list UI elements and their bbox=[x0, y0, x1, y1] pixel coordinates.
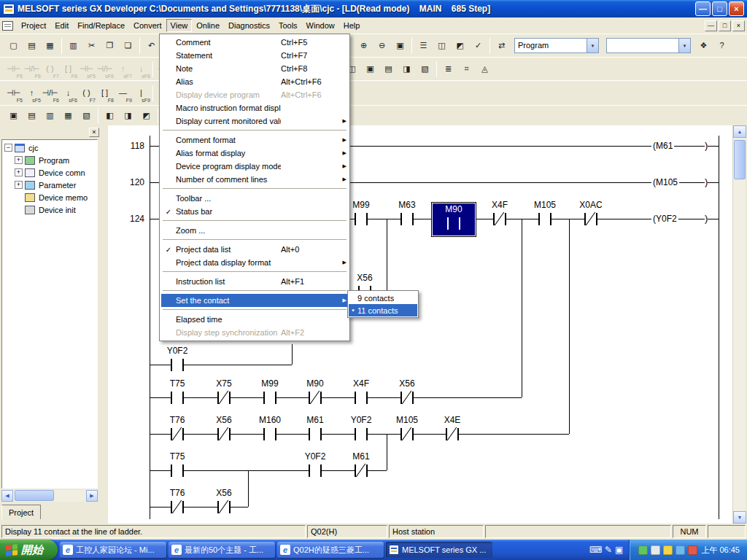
menu-project[interactable]: Project bbox=[17, 19, 50, 32]
save-button[interactable]: ▦ bbox=[41, 36, 59, 55]
ladder-contact[interactable] bbox=[217, 501, 231, 513]
scroll-right-icon[interactable]: ▶ bbox=[86, 490, 98, 502]
expand-icon[interactable]: + bbox=[15, 156, 23, 164]
secondary-combo[interactable]: ▼ bbox=[606, 38, 691, 53]
ladder-coil[interactable]: (Y0F2 bbox=[651, 213, 678, 225]
menu-find-replace[interactable]: Find/Replace bbox=[73, 19, 129, 32]
view-menu-item[interactable]: StatementCtrl+F7 bbox=[161, 49, 348, 62]
window-button[interactable]: ❖ bbox=[694, 36, 713, 55]
toolbar-button[interactable]: ▣ bbox=[4, 106, 23, 125]
tree-item-device-memo[interactable]: Device memo bbox=[15, 191, 97, 203]
undo-button[interactable]: ↶ bbox=[142, 36, 160, 55]
view-menu-item[interactable]: Display device programAlt+Ctrl+F6 bbox=[161, 88, 348, 101]
ladder-contact[interactable] bbox=[309, 464, 322, 477]
view-menu-item[interactable]: Device program display mode▶ bbox=[161, 160, 348, 173]
ladder-coil[interactable]: (M61 bbox=[651, 140, 674, 152]
tray-icon[interactable] bbox=[688, 545, 697, 555]
ladder-coil[interactable]: (M105 bbox=[651, 176, 679, 188]
ladder-contact[interactable] bbox=[171, 392, 184, 404]
toolbar-button[interactable]: ↓sF8 bbox=[132, 60, 150, 78]
ladder-contact[interactable] bbox=[493, 213, 506, 225]
toolbar-button[interactable]: ◧ bbox=[101, 106, 119, 125]
test-button[interactable]: ◩ bbox=[451, 36, 469, 55]
tree-item-root[interactable]: − cjc bbox=[4, 141, 97, 154]
toolbar-button[interactable]: |sF9 bbox=[132, 84, 150, 102]
close-button[interactable]: × bbox=[729, 1, 744, 16]
toolbar-button[interactable]: ↑sF7 bbox=[114, 60, 132, 78]
ladder-contact[interactable] bbox=[217, 392, 231, 404]
toolbar-button[interactable]: ⊣/⊢F6 bbox=[23, 60, 41, 78]
device-button[interactable]: ◫ bbox=[433, 36, 451, 55]
ladder-contact[interactable] bbox=[171, 501, 184, 513]
toolbar-button[interactable]: ↓sF6 bbox=[59, 84, 77, 102]
ladder-contact[interactable] bbox=[400, 392, 414, 404]
menu-window[interactable]: Window bbox=[302, 19, 339, 32]
tree-hscrollbar[interactable]: ◀ ▶ bbox=[1, 490, 98, 502]
menu-view[interactable]: View bbox=[166, 19, 193, 32]
tree-item-parameter[interactable]: +Parameter bbox=[15, 179, 97, 191]
ladder-contact[interactable] bbox=[263, 428, 276, 440]
ladder-vscrollbar[interactable]: ▲ ▼ bbox=[732, 125, 746, 524]
expand-icon[interactable]: + bbox=[15, 168, 23, 176]
monitor-button[interactable]: ▣ bbox=[391, 36, 409, 55]
toolbar-button[interactable]: ◨ bbox=[398, 60, 416, 78]
view-menu-item[interactable]: ✓Project data listAlt+0 bbox=[161, 243, 348, 256]
print-button[interactable]: ▥ bbox=[64, 36, 82, 55]
expand-icon[interactable]: + bbox=[15, 181, 23, 189]
view-menu-item[interactable]: NoteCtrl+F8 bbox=[161, 62, 348, 75]
ladder-contact[interactable] bbox=[355, 428, 368, 440]
menu-diagnostics[interactable]: Diagnostics bbox=[224, 19, 274, 32]
open-button[interactable]: ▤ bbox=[23, 36, 41, 55]
submenu-item[interactable]: •11 contacts bbox=[349, 304, 417, 316]
ime-icon[interactable]: ✎ bbox=[605, 545, 612, 555]
view-menu-item[interactable]: Elapsed time bbox=[161, 313, 348, 326]
tray-icon[interactable] bbox=[663, 545, 673, 555]
program-type-combo[interactable]: Program ▼ bbox=[514, 38, 599, 53]
tree-item-program[interactable]: +Program bbox=[15, 154, 97, 166]
scroll-thumb[interactable] bbox=[15, 490, 54, 501]
view-menu-item[interactable]: Toolbar ... bbox=[161, 192, 348, 205]
view-menu-item[interactable]: Instruction listAlt+F1 bbox=[161, 275, 348, 288]
toolbar-button[interactable]: ( )F7 bbox=[41, 60, 59, 78]
chevron-down-icon[interactable]: ▼ bbox=[587, 39, 598, 52]
view-menu-item[interactable]: Zoom ... bbox=[161, 224, 348, 237]
tree-item-device-init[interactable]: Device init bbox=[15, 203, 97, 216]
toolbar-button[interactable]: ⊣/⊢sF6 bbox=[96, 60, 114, 78]
ladder-contact[interactable] bbox=[309, 428, 322, 440]
ladder-contact[interactable] bbox=[400, 428, 414, 440]
toolbar-button[interactable]: ⌗ bbox=[457, 60, 476, 78]
help-button[interactable]: ? bbox=[713, 36, 731, 55]
tab-project[interactable]: Project bbox=[1, 505, 41, 519]
ladder-contact[interactable] bbox=[584, 213, 597, 225]
ladder-contact[interactable] bbox=[446, 428, 459, 440]
ladder-contact[interactable] bbox=[171, 464, 184, 477]
toolbar-button[interactable]: ▣ bbox=[361, 60, 379, 78]
restore-button[interactable]: □ bbox=[712, 1, 727, 16]
start-button[interactable]: 開始 bbox=[0, 540, 58, 560]
toolbar-button[interactable]: ▦ bbox=[59, 106, 77, 125]
submenu-item[interactable]: 9 contacts bbox=[349, 292, 417, 304]
scroll-thumb[interactable] bbox=[734, 140, 746, 179]
toolbar-button[interactable]: ≣ bbox=[439, 60, 457, 78]
view-menu-item[interactable]: Project data display format▶ bbox=[161, 256, 348, 269]
ime-icon[interactable]: ⌨ bbox=[589, 545, 602, 555]
ladder-contact[interactable] bbox=[309, 392, 322, 404]
toolbar-button[interactable]: ⊣/⊢F6 bbox=[41, 84, 59, 102]
toolbar-button[interactable]: ( )F7 bbox=[77, 84, 96, 102]
ladder-contact[interactable] bbox=[538, 213, 551, 225]
tray-icon[interactable] bbox=[676, 545, 685, 555]
ladder-contact[interactable] bbox=[171, 359, 184, 371]
minimize-button[interactable]: — bbox=[695, 1, 711, 16]
toolbar-button[interactable]: [ ]F8 bbox=[96, 84, 114, 102]
menu-convert[interactable]: Convert bbox=[129, 19, 166, 32]
toolbar-button[interactable]: ▧ bbox=[77, 106, 96, 125]
toolbar-button[interactable]: ◨ bbox=[119, 106, 137, 125]
view-menu-item[interactable]: AliasAlt+Ctrl+F6 bbox=[161, 75, 348, 88]
scroll-up-icon[interactable]: ▲ bbox=[733, 125, 746, 138]
taskbar-task[interactable]: eQ02H的疑惑三菱工... bbox=[277, 542, 384, 558]
toolbar-button[interactable]: ▤ bbox=[379, 60, 398, 78]
toolbar-button[interactable]: ◩ bbox=[137, 106, 155, 125]
toolbar-button[interactable]: [ ]F8 bbox=[59, 60, 77, 78]
taskbar-task[interactable]: e最新的50个主题 - 工... bbox=[169, 542, 275, 558]
menu-edit[interactable]: Edit bbox=[50, 19, 73, 32]
